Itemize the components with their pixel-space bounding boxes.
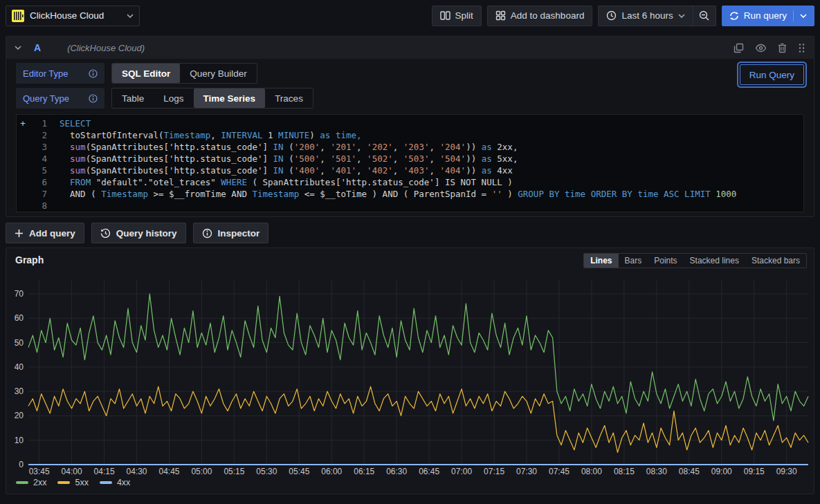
add-query-label: Add query xyxy=(29,228,75,239)
x-axis-label: 08:15 xyxy=(614,467,635,476)
code-line-6[interactable]: 6 FROM "default"."otel_traces" WHERE ( S… xyxy=(17,176,803,188)
query-type-option-traces[interactable]: Traces xyxy=(265,88,313,108)
legend-label: 5xx xyxy=(75,478,88,487)
add-to-dashboard-button[interactable]: Add to dashboard xyxy=(487,6,593,26)
explore-page: { "toolbar": { "datasource": { "name": "… xyxy=(0,0,820,504)
add-query-button[interactable]: Add query xyxy=(6,223,84,243)
x-axis-label: 07:15 xyxy=(484,467,504,476)
code-line-3[interactable]: 3 sum(SpanAttributes['http.status_code']… xyxy=(17,141,803,153)
code-line-7[interactable]: 7 AND ( Timestamp >= $__fromTime AND Tim… xyxy=(17,188,803,200)
viz-mode-bars[interactable]: Bars xyxy=(619,254,648,268)
remove-query-trash-icon[interactable] xyxy=(778,43,787,53)
viz-mode-points[interactable]: Points xyxy=(648,254,683,268)
query-ref-id[interactable]: A xyxy=(34,42,41,53)
duplicate-query-icon[interactable] xyxy=(734,43,744,53)
line-number: 5 xyxy=(29,165,47,176)
datasource-picker[interactable]: ClickHouse Cloud xyxy=(6,6,140,26)
code-line-8[interactable]: 8 xyxy=(17,200,803,212)
line-number: 7 xyxy=(29,188,47,200)
x-axis-label: 04:30 xyxy=(127,467,147,476)
legend-color-pill xyxy=(57,481,70,484)
series-line-5xx xyxy=(28,386,808,452)
y-axis-label: 0 xyxy=(19,460,24,469)
explore-secondary-actions: Add query Query history Inspector xyxy=(6,223,268,243)
line-number: 2 xyxy=(29,129,47,141)
toolbar-actions: Split Add to dashboard Last 6 hours xyxy=(432,6,814,26)
viz-mode-stacked-bars[interactable]: Stacked bars xyxy=(745,254,806,268)
series-line-2xx xyxy=(28,294,808,421)
button-divider xyxy=(793,10,794,21)
graph-svg: 01020304050607003:4504:0004:1504:3004:45… xyxy=(6,269,814,476)
gutter-plus-icon[interactable]: + xyxy=(17,118,29,129)
y-axis-label: 50 xyxy=(15,338,24,348)
query-editor-body: Run Query Editor Type SQL EditorQuery Bu… xyxy=(6,59,814,218)
apps-grid-icon xyxy=(495,10,506,21)
clock-icon xyxy=(606,10,617,21)
line-number: 3 xyxy=(29,141,47,153)
x-axis-label: 04:45 xyxy=(158,467,179,476)
legend-item-5xx[interactable]: 5xx xyxy=(57,478,88,487)
y-axis-label: 30 xyxy=(15,386,24,396)
drag-handle-icon[interactable] xyxy=(798,43,805,53)
query-type-option-table[interactable]: Table xyxy=(112,88,154,108)
x-axis-label: 03:45 xyxy=(29,467,50,476)
code-line-2[interactable]: 2 toStartOfInterval(Timestamp, INTERVAL … xyxy=(17,129,803,141)
info-circle-icon[interactable] xyxy=(89,69,98,78)
x-axis-label: 08:00 xyxy=(581,467,602,476)
line-number: 6 xyxy=(29,176,47,188)
chevron-down-icon xyxy=(800,14,807,18)
legend-item-2xx[interactable]: 2xx xyxy=(16,478,46,487)
sync-icon xyxy=(729,11,739,21)
time-series-chart[interactable]: 01020304050607003:4504:0004:1504:3004:45… xyxy=(6,269,814,476)
query-history-label: Query history xyxy=(116,228,177,239)
query-type-options: TableLogsTime SeriesTraces xyxy=(111,88,313,109)
run-query-button[interactable]: Run Query xyxy=(740,64,804,85)
code-line-4[interactable]: 4 sum(SpanAttributes['http.status_code']… xyxy=(17,153,803,165)
x-axis-label: 06:15 xyxy=(354,467,374,476)
graph-panel: Graph LinesBarsPointsStacked linesStacke… xyxy=(6,248,814,494)
collapse-chevron-icon[interactable] xyxy=(15,46,21,50)
zoom-out-time-button[interactable] xyxy=(693,6,716,26)
sql-code-editor[interactable]: +1SELECT2 toStartOfInterval(Timestamp, I… xyxy=(16,114,804,212)
query-history-button[interactable]: Query history xyxy=(91,223,186,243)
code-line-1[interactable]: +1SELECT xyxy=(17,118,803,129)
query-type-option-time-series[interactable]: Time Series xyxy=(194,88,266,108)
line-number: 1 xyxy=(29,118,47,129)
query-type-row: Query Type TableLogsTime SeriesTraces xyxy=(16,88,804,109)
y-axis-label: 20 xyxy=(15,411,24,420)
query-type-option-logs[interactable]: Logs xyxy=(154,88,193,108)
run-query-label: Run query xyxy=(744,10,787,21)
code-line-5[interactable]: 5 sum(SpanAttributes['http.status_code']… xyxy=(17,165,803,176)
x-axis-label: 08:45 xyxy=(679,467,700,476)
explore-toolbar: ClickHouse Cloud Split Add to dashboard … xyxy=(0,0,820,31)
datasource-name: ClickHouse Cloud xyxy=(30,10,121,21)
query-row-header[interactable]: A (ClickHouse Cloud) xyxy=(6,37,814,59)
split-button[interactable]: Split xyxy=(432,6,482,26)
x-axis-label: 07:45 xyxy=(549,467,570,476)
editor-type-option-query-builder[interactable]: Query Builder xyxy=(180,64,257,83)
query-row-actions xyxy=(734,43,805,53)
viz-mode-lines[interactable]: Lines xyxy=(584,254,618,268)
x-axis-label: 04:00 xyxy=(62,467,82,476)
editor-type-option-sql-editor[interactable]: SQL Editor xyxy=(112,64,180,83)
inspector-button[interactable]: Inspector xyxy=(193,223,269,243)
x-axis-label: 05:30 xyxy=(256,467,277,476)
split-icon xyxy=(440,10,450,21)
editor-type-row: Editor Type SQL EditorQuery Builder xyxy=(16,63,804,84)
legend-item-4xx[interactable]: 4xx xyxy=(100,478,130,487)
x-axis-label: 08:30 xyxy=(646,467,667,476)
x-axis-label: 06:45 xyxy=(419,467,439,476)
time-range-button[interactable]: Last 6 hours xyxy=(598,6,693,26)
legend-label: 4xx xyxy=(117,478,130,487)
x-axis-label: 04:15 xyxy=(94,467,115,476)
plus-icon xyxy=(15,229,24,238)
run-query-split-button[interactable]: Run query xyxy=(722,6,814,26)
x-axis-label: 07:00 xyxy=(451,467,472,476)
legend-color-pill xyxy=(16,481,28,484)
x-axis-label: 09:15 xyxy=(744,467,765,476)
viz-mode-stacked-lines[interactable]: Stacked lines xyxy=(684,254,745,268)
info-circle-icon[interactable] xyxy=(89,94,98,103)
hide-response-eye-icon[interactable] xyxy=(755,44,767,53)
editor-type-label: Editor Type xyxy=(16,63,104,84)
x-axis-label: 07:30 xyxy=(516,467,537,476)
